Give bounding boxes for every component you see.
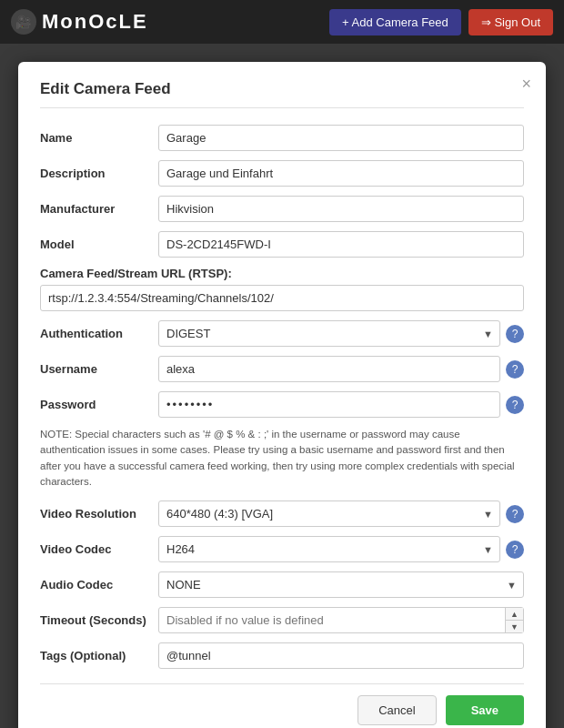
auth-select-wrapper: DIGEST NONE BASIC ▼ (158, 320, 500, 347)
tags-label: Tags (Optional) (40, 649, 158, 662)
timeout-label: Timeout (Seconds) (40, 613, 158, 627)
manufacturer-row: Manufacturer (40, 196, 524, 222)
video-resolution-row: Video Resolution 640*480 (4:3) [VGA] 128… (40, 500, 524, 527)
audio-codec-row: Audio Codec NONE AAC MP3 ▼ (40, 571, 524, 598)
audio-codec-label: Audio Codec (40, 578, 158, 592)
sign-out-button[interactable]: ⇒ Sign Out (468, 9, 553, 35)
name-label: Name (40, 131, 158, 145)
timeout-increment-button[interactable]: ▲ (506, 608, 523, 621)
name-row: Name (40, 125, 524, 151)
model-input[interactable] (158, 231, 524, 258)
auth-label: Authentication (40, 327, 158, 340)
auth-note: NOTE: Special characters such as '# @ $ … (40, 427, 524, 490)
close-button[interactable]: × (521, 75, 531, 94)
edit-camera-feed-modal: Edit Camera Feed × Name Description Manu… (18, 62, 546, 728)
logo-icon: 🎥 (11, 9, 36, 35)
cancel-button[interactable]: Cancel (358, 695, 436, 725)
app-header: 🎥 MonOcLE + Add Camera Feed ⇒ Sign Out (0, 0, 564, 44)
timeout-spinner-arrows: ▲ ▼ (505, 608, 523, 632)
modal-backdrop: Edit Camera Feed × Name Description Manu… (0, 44, 564, 728)
video-codec-select[interactable]: H264 H265 MJPEG (158, 536, 500, 562)
model-label: Model (40, 238, 158, 251)
url-row: Camera Feed/Stream URL (RTSP): (40, 267, 524, 311)
timeout-decrement-button[interactable]: ▼ (506, 621, 523, 632)
password-row: Password ? (40, 391, 524, 418)
modal-title: Edit Camera Feed (40, 80, 524, 108)
name-input[interactable] (158, 125, 524, 151)
description-label: Description (40, 167, 158, 180)
username-help-icon[interactable]: ? (506, 360, 524, 379)
description-input[interactable] (158, 160, 524, 187)
video-resolution-select[interactable]: 640*480 (4:3) [VGA] 1280*720 (16:9) [HD]… (158, 500, 500, 527)
password-label: Password (40, 398, 158, 411)
username-label: Username (40, 362, 158, 376)
video-resolution-help-icon[interactable]: ? (506, 505, 524, 523)
app-logo: 🎥 MonOcLE (11, 9, 148, 35)
password-input[interactable] (158, 391, 500, 418)
video-resolution-label: Video Resolution (40, 507, 158, 521)
video-resolution-select-wrapper: 640*480 (4:3) [VGA] 1280*720 (16:9) [HD]… (158, 500, 500, 527)
password-help-icon[interactable]: ? (506, 396, 524, 414)
auth-help-icon[interactable]: ? (506, 325, 524, 343)
tags-input[interactable] (158, 642, 524, 669)
username-row: Username ? (40, 356, 524, 382)
url-input[interactable] (40, 285, 524, 311)
timeout-input[interactable] (158, 607, 524, 633)
timeout-row: Timeout (Seconds) ▲ ▼ (40, 607, 524, 633)
video-codec-row: Video Codec H264 H265 MJPEG ▼ ? (40, 536, 524, 562)
auth-select[interactable]: DIGEST NONE BASIC (158, 320, 500, 347)
video-codec-select-wrapper: H264 H265 MJPEG ▼ (158, 536, 500, 562)
app-title: MonOcLE (42, 10, 148, 34)
tags-row: Tags (Optional) (40, 642, 524, 669)
manufacturer-label: Manufacturer (40, 202, 158, 216)
audio-codec-select[interactable]: NONE AAC MP3 (158, 571, 524, 598)
username-input[interactable] (158, 356, 500, 382)
url-label: Camera Feed/Stream URL (RTSP): (40, 267, 524, 280)
modal-footer: Cancel Save (40, 683, 524, 725)
header-buttons: + Add Camera Feed ⇒ Sign Out (329, 9, 553, 35)
video-codec-label: Video Codec (40, 542, 158, 556)
description-row: Description (40, 160, 524, 187)
add-camera-feed-button[interactable]: + Add Camera Feed (329, 9, 461, 35)
timeout-spinner-wrapper: ▲ ▼ (158, 607, 524, 633)
audio-codec-select-wrapper: NONE AAC MP3 ▼ (158, 571, 524, 598)
auth-row: Authentication DIGEST NONE BASIC ▼ ? (40, 320, 524, 347)
manufacturer-input[interactable] (158, 196, 524, 222)
save-button[interactable]: Save (446, 695, 524, 725)
video-codec-help-icon[interactable]: ? (506, 541, 524, 559)
model-row: Model (40, 231, 524, 258)
